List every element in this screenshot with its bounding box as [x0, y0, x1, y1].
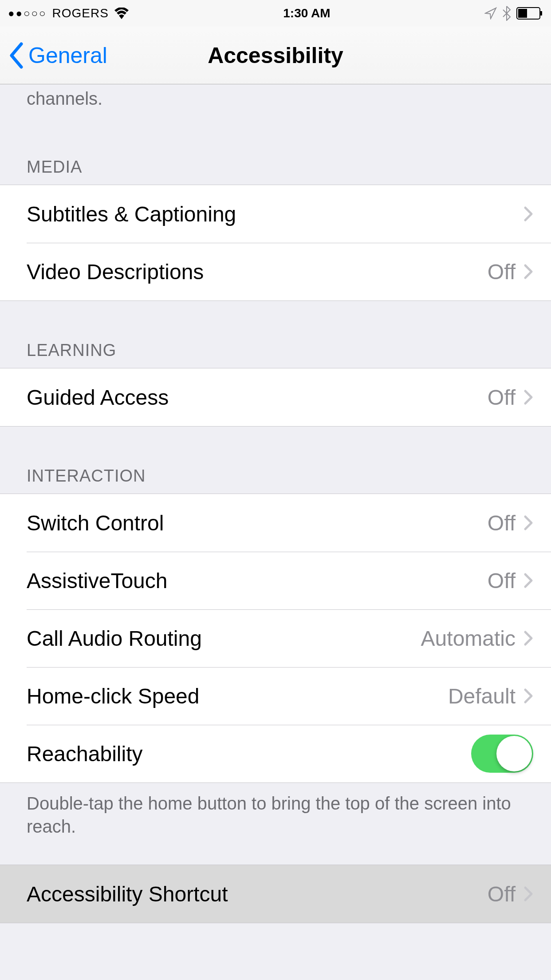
back-label: General: [28, 43, 107, 68]
carrier-label: ROGERS: [52, 6, 108, 20]
row-value: Off: [488, 569, 516, 593]
row-value: Automatic: [421, 626, 516, 651]
learning-group: Guided Access Off: [0, 368, 551, 427]
media-header: MEDIA: [0, 118, 551, 185]
row-label: AssistiveTouch: [27, 569, 488, 593]
bluetooth-icon: [502, 6, 511, 21]
chevron-right-icon: [523, 573, 533, 589]
status-time: 1:30 AM: [283, 6, 330, 20]
row-label: Switch Control: [27, 511, 488, 535]
row-label: Video Descriptions: [27, 260, 488, 284]
row-label: Reachability: [27, 742, 471, 766]
chevron-right-icon: [523, 206, 533, 222]
guided-access-row[interactable]: Guided Access Off: [0, 368, 551, 426]
switch-knob: [496, 736, 532, 771]
chevron-left-icon: [9, 42, 24, 69]
subtitles-captioning-row[interactable]: Subtitles & Captioning: [0, 185, 551, 243]
assistivetouch-row[interactable]: AssistiveTouch Off: [0, 552, 551, 609]
media-group: Subtitles & Captioning Video Description…: [0, 185, 551, 301]
row-value: Default: [448, 684, 516, 708]
row-value: Off: [488, 511, 516, 535]
accessibility-shortcut-row[interactable]: Accessibility Shortcut Off: [0, 865, 551, 923]
reachability-toggle[interactable]: [471, 735, 533, 773]
chevron-right-icon: [523, 389, 533, 405]
shortcut-group: Accessibility Shortcut Off: [0, 865, 551, 923]
row-value: Off: [488, 882, 516, 906]
chevron-right-icon: [523, 515, 533, 531]
battery-icon: [516, 7, 543, 20]
reachability-row[interactable]: Reachability: [0, 725, 551, 782]
interaction-header: INTERACTION: [0, 427, 551, 494]
row-value: Off: [488, 385, 516, 410]
switch-control-row[interactable]: Switch Control Off: [0, 494, 551, 552]
learning-header: LEARNING: [0, 301, 551, 368]
signal-dots: ●●○○○: [8, 7, 47, 20]
home-click-speed-row[interactable]: Home-click Speed Default: [0, 667, 551, 725]
chevron-right-icon: [523, 630, 533, 646]
back-button[interactable]: General: [9, 42, 107, 69]
page-title: Accessibility: [208, 43, 343, 68]
status-left: ●●○○○ ROGERS: [8, 6, 129, 20]
location-icon: [484, 7, 497, 20]
svg-rect-2: [518, 9, 527, 18]
chevron-right-icon: [523, 688, 533, 704]
svg-rect-1: [540, 11, 542, 16]
row-label: Subtitles & Captioning: [27, 202, 523, 226]
row-label: Accessibility Shortcut: [27, 882, 488, 906]
nav-bar: General Accessibility: [0, 27, 551, 84]
interaction-footer: Double-tap the home button to bring the …: [0, 783, 551, 847]
status-right: [484, 6, 543, 21]
chevron-right-icon: [523, 886, 533, 902]
row-label: Home-click Speed: [27, 684, 448, 708]
chevron-right-icon: [523, 264, 533, 280]
call-audio-routing-row[interactable]: Call Audio Routing Automatic: [0, 609, 551, 667]
row-value: Off: [488, 260, 516, 284]
interaction-group: Switch Control Off AssistiveTouch Off Ca…: [0, 494, 551, 783]
video-descriptions-row[interactable]: Video Descriptions Off: [0, 243, 551, 300]
status-bar: ●●○○○ ROGERS 1:30 AM: [0, 0, 551, 27]
row-label: Guided Access: [27, 385, 488, 410]
wifi-icon: [114, 8, 129, 19]
previous-section-footer: channels.: [0, 84, 551, 118]
content[interactable]: channels. MEDIA Subtitles & Captioning V…: [0, 84, 551, 923]
row-label: Call Audio Routing: [27, 626, 421, 651]
